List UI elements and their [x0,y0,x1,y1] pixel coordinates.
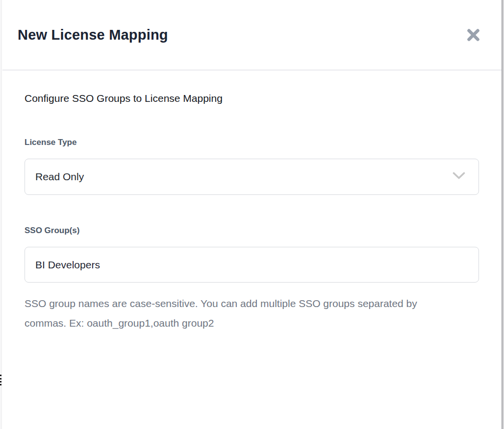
background-list-icon [0,384,1,385]
dialog-body: Configure SSO Groups to License Mapping … [2,71,502,333]
close-icon [466,37,481,44]
license-mapping-modal-screen: New License Mapping Configure SSO Groups… [0,0,504,429]
chevron-down-icon [453,172,465,182]
background-page-right-edge [502,0,504,429]
dialog-title: New License Mapping [18,27,168,43]
dialog-description: Configure SSO Groups to License Mapping [25,92,479,105]
license-type-selected-value: Read Only [35,171,84,183]
background-page-left-sliver [0,0,2,429]
new-license-mapping-dialog: New License Mapping Configure SSO Groups… [2,0,502,429]
close-button[interactable] [464,25,483,45]
sso-groups-label: SSO Group(s) [25,225,479,236]
background-list-icon [0,378,1,380]
license-type-select[interactable]: Read Only [25,159,479,195]
dialog-header: New License Mapping [2,0,502,71]
background-list-icon [0,375,1,376]
sso-groups-help-text: SSO group names are case-sensitive. You … [25,294,442,333]
license-type-label: License Type [25,137,479,148]
sso-groups-input[interactable] [25,247,479,283]
background-list-icon [0,381,1,382]
